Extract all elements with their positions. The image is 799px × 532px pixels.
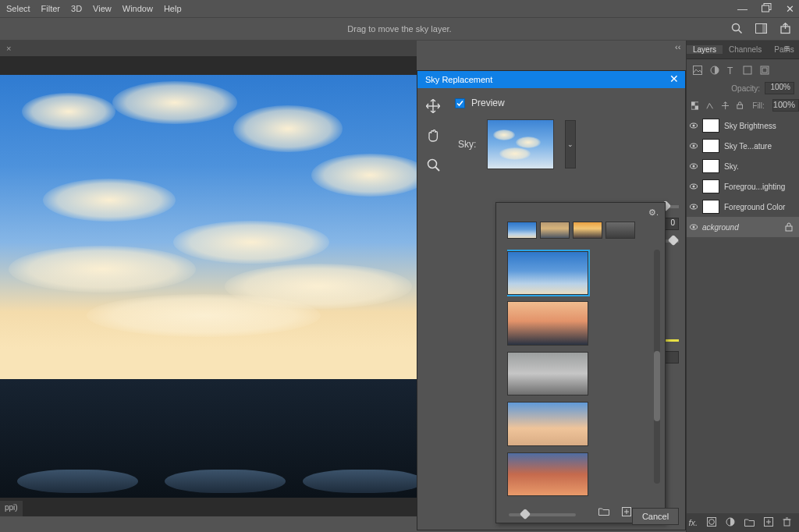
cancel-button[interactable]: Cancel [632, 508, 679, 525]
menu-window[interactable]: Window [123, 4, 153, 13]
preset-group[interactable] [605, 222, 635, 239]
preview-row: Preview [449, 88, 685, 113]
layer-row[interactable]: Sky. [687, 156, 799, 176]
filter-shape-icon[interactable] [743, 66, 752, 75]
layer-row[interactable]: Foregrou...ighting [687, 176, 799, 197]
opacity-value[interactable]: 100% [765, 82, 794, 94]
svg-rect-8 [694, 66, 702, 75]
visibility-icon[interactable] [690, 142, 698, 150]
sky-preset[interactable] [507, 452, 588, 496]
minimize-icon[interactable]: — [737, 3, 748, 15]
menu-view[interactable]: View [93, 4, 112, 13]
zoom-tool-icon[interactable] [427, 158, 440, 173]
layer-row[interactable]: Sky Brightness [687, 115, 799, 136]
tab-channels[interactable]: Channels [723, 45, 768, 54]
layers-list: Sky Brightness Sky Te...ature Sky. Foreg… [687, 115, 799, 237]
layer-name: Sky Te...ature [724, 142, 772, 151]
filter-type-icon[interactable]: T [727, 66, 735, 75]
doc-tabstrip: × [0, 41, 417, 56]
dialog-close-icon[interactable]: ✕ [669, 73, 679, 85]
layer-row[interactable]: Foreground Color [687, 197, 799, 217]
preview-label: Preview [471, 98, 505, 108]
lock-transparency-icon[interactable] [691, 101, 698, 110]
visibility-icon[interactable] [690, 203, 698, 211]
canvas-area: ppi) [0, 56, 417, 516]
dialog-toolbar [417, 88, 449, 530]
preset-group[interactable] [540, 222, 570, 239]
filter-adjust-icon[interactable] [710, 66, 719, 75]
layer-name: Foreground Color [724, 203, 785, 211]
options-right [731, 23, 791, 36]
restore-icon[interactable] [762, 3, 772, 15]
preset-group[interactable] [573, 222, 602, 239]
lock-icon [785, 222, 793, 232]
thumb-size-slider[interactable] [509, 513, 576, 516]
fx-icon[interactable]: fx. [688, 518, 698, 527]
svg-point-23 [693, 145, 695, 147]
group-icon[interactable] [744, 518, 755, 528]
lock-row: Fill: 100% [687, 97, 799, 114]
share-icon[interactable] [779, 23, 791, 36]
svg-point-27 [693, 186, 695, 188]
sky-preset[interactable] [507, 402, 588, 445]
window-controls: — ✕ [737, 0, 794, 17]
document-canvas[interactable] [0, 75, 417, 498]
sky-dropdown-chevron[interactable]: ⌄ [565, 120, 576, 168]
svg-rect-11 [744, 66, 751, 74]
svg-point-31 [693, 226, 695, 229]
close-icon[interactable]: ✕ [786, 3, 794, 15]
panel-menu-icon[interactable]: ≡ [778, 43, 796, 54]
sky-preset[interactable] [507, 301, 588, 345]
menu-help[interactable]: Help [164, 4, 182, 13]
lock-pixels-icon[interactable] [706, 101, 713, 110]
new-layer-icon[interactable] [764, 517, 773, 528]
doc-tab-close[interactable]: × [6, 44, 11, 53]
preset-group[interactable] [507, 222, 537, 239]
workspace-icon[interactable] [755, 23, 767, 35]
doc-footer: ppi) [0, 501, 23, 516]
tab-layers[interactable]: Layers [687, 45, 723, 54]
sky-preset[interactable] [507, 352, 588, 395]
menu-3d[interactable]: 3D [71, 4, 82, 13]
options-bar: Drag to move the sky layer. [0, 17, 799, 41]
filter-smart-icon[interactable] [760, 66, 769, 75]
presets-gear-icon[interactable]: ⚙. [648, 207, 659, 218]
move-tool-icon[interactable] [426, 99, 440, 115]
preview-checkbox[interactable] [455, 98, 465, 108]
lock-position-icon[interactable] [722, 101, 729, 110]
collapse-chevron-icon[interactable]: ‹‹ [675, 42, 680, 51]
menu-filter[interactable]: Filter [41, 4, 60, 13]
new-preset-icon[interactable] [622, 507, 631, 518]
lock-all-icon[interactable] [737, 101, 743, 110]
visibility-icon[interactable] [690, 183, 698, 190]
opacity-row: Opacity: 100% [687, 80, 799, 97]
visibility-icon[interactable] [690, 122, 698, 129]
visibility-icon[interactable] [690, 162, 698, 170]
layer-name: Sky Brightness [724, 122, 776, 130]
filter-image-icon[interactable] [693, 66, 702, 75]
svg-rect-1 [762, 5, 769, 12]
sky-replacement-dialog: Sky Replacement ✕ Preview Sky: ⌄ [417, 70, 686, 530]
dialog-titlebar[interactable]: Sky Replacement ✕ [417, 71, 685, 88]
svg-rect-41 [784, 520, 790, 526]
selected-sky-thumb[interactable] [487, 119, 554, 169]
menubar: Select Filter 3D View Window Help — ✕ [0, 0, 799, 17]
scrollbar-handle[interactable] [654, 351, 660, 421]
panel-tabs: Layers Channels Paths ≡ [687, 41, 799, 59]
visibility-icon[interactable] [690, 223, 698, 231]
svg-rect-19 [737, 105, 743, 108]
svg-point-21 [693, 125, 695, 127]
new-adjustment-icon[interactable] [726, 517, 735, 528]
fill-value[interactable]: 100% [772, 99, 799, 112]
folder-icon[interactable] [598, 507, 609, 518]
sky-preset[interactable] [507, 251, 588, 295]
menu-select[interactable]: Select [6, 4, 30, 13]
mask-icon[interactable] [707, 517, 716, 528]
search-icon[interactable] [731, 23, 743, 36]
trash-icon[interactable] [783, 517, 791, 528]
preset-scrollbar[interactable] [654, 250, 660, 484]
layer-row[interactable]: ackground [687, 217, 799, 237]
hand-tool-icon[interactable] [427, 129, 440, 144]
svg-text:T: T [727, 66, 733, 75]
layer-row[interactable]: Sky Te...ature [687, 136, 799, 156]
